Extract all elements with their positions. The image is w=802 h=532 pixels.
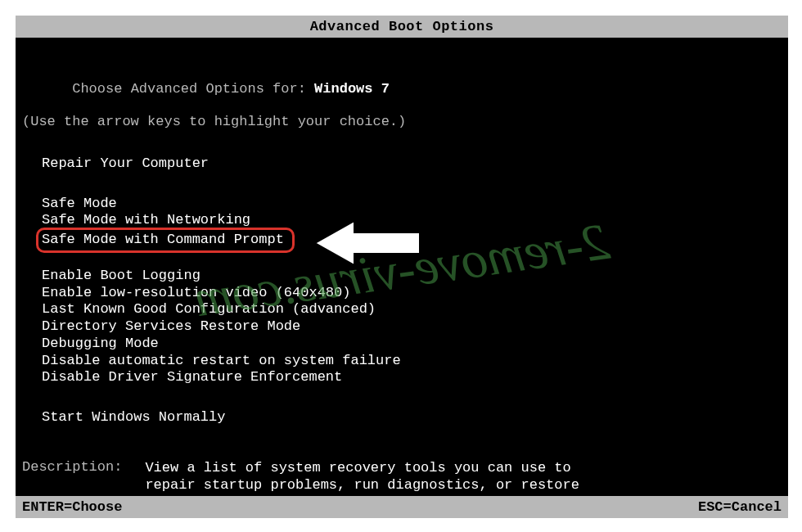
- menu-item-boot-logging[interactable]: Enable Boot Logging: [42, 268, 782, 285]
- menu-item-last-known-good[interactable]: Last Known Good Configuration (advanced): [42, 301, 782, 318]
- menu-item-disable-driver-sig[interactable]: Disable Driver Signature Enforcement: [42, 369, 782, 386]
- menu-item-low-res[interactable]: Enable low-resolution video (640x480): [42, 285, 782, 302]
- boot-menu[interactable]: Repair Your Computer Safe Mode Safe Mode…: [42, 156, 782, 426]
- footer-esc: ESC=Cancel: [698, 499, 782, 515]
- os-name: Windows 7: [314, 81, 390, 97]
- choose-prefix: Choose Advanced Options for:: [72, 81, 314, 97]
- footer-enter: ENTER=Choose: [22, 499, 122, 515]
- title-bar: Advanced Boot Options: [16, 16, 788, 38]
- menu-item-safe-mode-networking[interactable]: Safe Mode with Networking: [42, 212, 782, 229]
- boot-screen: Advanced Boot Options Choose Advanced Op…: [16, 16, 788, 518]
- menu-item-safe-mode[interactable]: Safe Mode: [42, 196, 782, 213]
- menu-item-ds-restore[interactable]: Directory Services Restore Mode: [42, 318, 782, 336]
- menu-item-disable-auto-restart[interactable]: Disable automatic restart on system fail…: [42, 353, 782, 370]
- hint-line: (Use the arrow keys to highlight your ch…: [22, 114, 782, 129]
- title-text: Advanced Boot Options: [310, 19, 494, 34]
- choose-line: Choose Advanced Options for: Windows 7: [22, 65, 782, 112]
- menu-item-debugging[interactable]: Debugging Mode: [42, 336, 782, 353]
- footer-bar: ENTER=Choose ESC=Cancel: [16, 496, 788, 518]
- menu-item-repair[interactable]: Repair Your Computer: [42, 156, 782, 173]
- menu-item-start-normally[interactable]: Start Windows Normally: [42, 409, 782, 426]
- menu-item-safe-mode-cmd[interactable]: Safe Mode with Command Prompt: [42, 229, 782, 251]
- highlighted-option[interactable]: Safe Mode with Command Prompt: [36, 228, 295, 253]
- content-area: Choose Advanced Options for: Windows 7 (…: [16, 65, 788, 512]
